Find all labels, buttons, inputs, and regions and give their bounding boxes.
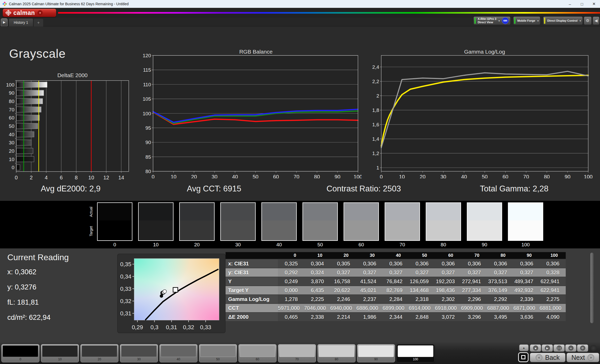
table-cell: 0,306 xyxy=(487,259,513,268)
pattern-patch-40[interactable]: 40 xyxy=(159,344,198,362)
table-cell: 5971,000 xyxy=(278,304,304,312)
table-cell: 2,296 xyxy=(461,295,487,303)
table-cell: 4,090 xyxy=(540,313,566,321)
stat-total-gamma: Total Gamma: 2,28 xyxy=(480,184,548,194)
table-cell: 0,306 xyxy=(540,259,566,268)
pattern-patch-0[interactable]: 0 xyxy=(1,344,40,362)
table-cell: 2,275 xyxy=(540,295,566,303)
chevron-down-icon: ▾ xyxy=(580,19,581,22)
table-cell: 489,347 xyxy=(513,277,540,286)
meter-dropdown-xrite[interactable]: X-Rite i1Pro 3 Direct View ▾ 595 xyxy=(473,16,511,25)
meter-dropdown-direct-display[interactable]: Direct Display Control ▾ xyxy=(543,16,583,25)
add-tab-button[interactable]: + xyxy=(34,19,43,26)
pattern-window-button[interactable] xyxy=(518,352,529,362)
reading-fl: fL: 181,81 xyxy=(7,298,117,306)
minimize-button[interactable]: – xyxy=(564,0,576,8)
svg-text:0: 0 xyxy=(12,165,14,170)
meter-status-strip xyxy=(514,18,515,24)
svg-text:14: 14 xyxy=(118,175,124,180)
svg-text:0: 0 xyxy=(380,174,383,178)
reading-y: y: 0,3276 xyxy=(7,283,117,291)
grayscale-swatch-80: 80 xyxy=(426,202,461,248)
tab-history-1[interactable]: History 1 xyxy=(9,18,33,26)
svg-text:100: 100 xyxy=(354,174,362,178)
table-cell: 0,327 xyxy=(409,268,435,277)
column-header-70: 70 xyxy=(461,252,487,259)
svg-text:10: 10 xyxy=(88,175,94,180)
refresh-button[interactable]: ⟳ xyxy=(577,344,588,352)
grayscale-swatch-40: 40 xyxy=(261,202,297,248)
pattern-patch-100[interactable]: 100 xyxy=(396,344,435,362)
table-cell: 0,324 xyxy=(304,268,330,277)
table-cell: 0,328 xyxy=(540,268,566,277)
column-header-40: 40 xyxy=(383,252,409,259)
play-icon: ▶ xyxy=(545,345,550,351)
pattern-patch-50[interactable]: 50 xyxy=(199,344,237,362)
table-cell: 6871,000 xyxy=(513,304,540,312)
close-button[interactable]: ✕ xyxy=(588,0,600,8)
svg-text:85: 85 xyxy=(145,154,151,160)
table-cell: 2,338 xyxy=(304,313,330,321)
table-header-row: 0102030405060708090100 xyxy=(226,252,566,259)
settings-gear-button[interactable]: ⚙ xyxy=(584,16,592,25)
meter-xrite-line1: X-Rite i1Pro 3 xyxy=(478,17,496,21)
pattern-patch-60[interactable]: 60 xyxy=(238,344,277,362)
table-cell: 3,296 xyxy=(461,313,487,321)
pattern-patch-10[interactable]: 10 xyxy=(41,344,79,362)
svg-text:90: 90 xyxy=(9,90,14,96)
svg-text:100: 100 xyxy=(143,111,151,116)
table-cell: 2,344 xyxy=(383,313,409,321)
continuous-read-button[interactable]: ∞ xyxy=(565,344,576,352)
svg-text:90: 90 xyxy=(335,174,340,178)
svg-text:10: 10 xyxy=(171,174,176,178)
svg-text:80: 80 xyxy=(9,99,14,104)
pattern-patch-90[interactable]: 90 xyxy=(357,344,395,362)
tab-scroll-button[interactable]: ▶ xyxy=(1,18,8,26)
calman-menu-button[interactable]: calman ▾ xyxy=(3,9,56,17)
next-button[interactable]: Next » xyxy=(567,353,599,362)
table-scrollbar[interactable] xyxy=(590,253,593,323)
table-cell: 126,059 xyxy=(409,277,435,286)
meter-direct-display-label: Direct Display Control xyxy=(547,19,577,22)
meter-dropdown-mobile-forge[interactable]: Mobile Forge ▾ xyxy=(513,16,540,25)
table-cell: 0,327 xyxy=(513,268,540,277)
pattern-patch-80[interactable]: 80 xyxy=(317,344,356,362)
svg-text:30: 30 xyxy=(440,174,446,178)
svg-text:0,34: 0,34 xyxy=(120,273,131,280)
svg-text:8: 8 xyxy=(75,175,78,180)
pattern-patch-20[interactable]: 20 xyxy=(80,344,119,362)
tab-bar: ▶ History 1 + X-Rite i1Pro 3 Direct View… xyxy=(0,18,600,26)
pattern-patch-70[interactable]: 70 xyxy=(278,344,316,362)
svg-text:0,3: 0,3 xyxy=(150,324,159,331)
svg-text:80: 80 xyxy=(314,174,320,178)
table-cell: 20,622 xyxy=(330,286,356,294)
maximize-button[interactable]: □ xyxy=(576,0,588,8)
column-header-90: 90 xyxy=(513,252,540,259)
table-cell: 6899,000 xyxy=(383,304,409,312)
meter-count-badge[interactable]: 595 xyxy=(502,17,509,24)
cie-scatter-chart: 0,310,320,330,340,350,290,30,310,320,33 xyxy=(118,254,225,333)
stop-button[interactable]: ■ xyxy=(530,344,541,352)
table-cell: 6909,000 xyxy=(461,304,487,312)
back-button[interactable]: « Back xyxy=(530,353,565,362)
expand-pattern-options-button[interactable]: ▲ xyxy=(519,344,529,351)
svg-text:0,31: 0,31 xyxy=(166,324,177,331)
back-label: Back xyxy=(545,354,560,361)
pattern-patch-30[interactable]: 30 xyxy=(120,344,158,362)
svg-text:50: 50 xyxy=(482,174,487,178)
collapse-panel-button[interactable]: ◀ xyxy=(593,16,599,25)
svg-text:10: 10 xyxy=(9,157,14,162)
table-cell: 3,495 xyxy=(487,313,513,321)
column-header-10: 10 xyxy=(304,252,330,259)
read-series-button[interactable]: [··] xyxy=(553,344,565,352)
cie-chart-panel: 0,310,320,330,340,350,290,30,310,320,33 xyxy=(118,254,225,333)
table-row: Y0,2493,87016,75841,52476,842126,059192,… xyxy=(226,277,566,286)
grayscale-swatch-90: 90 xyxy=(467,202,502,248)
svg-text:50: 50 xyxy=(9,123,14,129)
svg-text:2,4: 2,4 xyxy=(372,64,379,70)
table-cell: 134,468 xyxy=(409,286,435,294)
play-button[interactable]: ▶ xyxy=(542,344,553,352)
svg-text:40: 40 xyxy=(9,132,14,137)
measurement-table: 0102030405060708090100x: CIE310,3250,304… xyxy=(226,252,566,322)
table-cell: 6886,000 xyxy=(356,304,383,312)
